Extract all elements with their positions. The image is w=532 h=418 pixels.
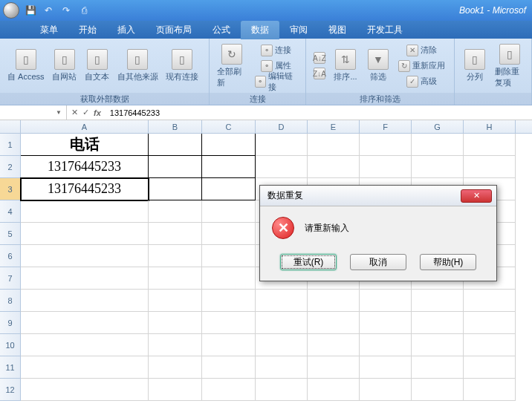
- cell-B10[interactable]: [149, 334, 202, 356]
- cell-B9[interactable]: [149, 312, 202, 334]
- cell-C11[interactable]: [202, 356, 256, 379]
- tab-insert[interactable]: 插入: [107, 21, 146, 39]
- undo-icon[interactable]: ↶: [42, 4, 55, 17]
- cell-H9[interactable]: [464, 312, 516, 334]
- cell-G2[interactable]: [412, 156, 464, 178]
- row-header-5[interactable]: 5: [0, 223, 21, 245]
- cell-C3[interactable]: [202, 178, 256, 200]
- tab-formulas[interactable]: 公式: [202, 21, 241, 39]
- from-access-button[interactable]: ▯自 Access: [4, 48, 48, 84]
- cell-F1[interactable]: [360, 134, 412, 156]
- formula-input[interactable]: [106, 105, 532, 120]
- tab-data[interactable]: 数据: [241, 21, 279, 39]
- row-header-7[interactable]: 7: [0, 267, 21, 290]
- retry-button[interactable]: 重试(R): [280, 254, 337, 270]
- refresh-all-button[interactable]: ↻全部刷新: [214, 42, 250, 90]
- tab-view[interactable]: 视图: [318, 21, 357, 39]
- tab-page-layout[interactable]: 页面布局: [146, 21, 202, 39]
- cell-E9[interactable]: [308, 312, 360, 334]
- cell-B4[interactable]: [149, 200, 202, 223]
- cell-E2[interactable]: [308, 156, 360, 178]
- redo-icon[interactable]: ↷: [59, 4, 73, 17]
- tab-developer[interactable]: 开发工具: [357, 21, 413, 39]
- close-button[interactable]: ✕: [461, 189, 492, 203]
- cell-A11[interactable]: [21, 356, 149, 379]
- cell-F11[interactable]: [360, 356, 412, 379]
- cell-D1[interactable]: [256, 134, 308, 156]
- remove-duplicates-button[interactable]: ▯删除重复项: [492, 42, 527, 90]
- row-header-10[interactable]: 10: [0, 334, 21, 356]
- cell-G10[interactable]: [412, 334, 464, 356]
- cell-C4[interactable]: [202, 200, 256, 223]
- cancel-button[interactable]: 取消: [350, 254, 406, 270]
- from-web-button[interactable]: ▯自网站: [49, 48, 80, 84]
- col-header-B[interactable]: B: [149, 120, 202, 133]
- from-other-button[interactable]: ▯自其他来源: [114, 48, 161, 84]
- cell-F10[interactable]: [360, 334, 412, 356]
- col-header-D[interactable]: D: [256, 120, 308, 133]
- cell-B1[interactable]: [149, 134, 202, 156]
- cell-C8[interactable]: [202, 290, 256, 312]
- cell-B8[interactable]: [149, 290, 202, 312]
- cell-B11[interactable]: [149, 356, 202, 379]
- clear-button[interactable]: ✕清除: [395, 43, 448, 58]
- from-text-button[interactable]: ▯自文本: [82, 48, 113, 84]
- cell-E12[interactable]: [308, 379, 360, 401]
- cell-B12[interactable]: [149, 379, 202, 401]
- cell-E11[interactable]: [308, 356, 360, 379]
- row-header-9[interactable]: 9: [0, 312, 21, 334]
- cell-G11[interactable]: [412, 356, 464, 379]
- row-header-2[interactable]: 2: [0, 156, 21, 178]
- cell-C9[interactable]: [202, 312, 256, 334]
- cell-A3[interactable]: 13176445233: [21, 178, 149, 200]
- cell-D9[interactable]: [256, 312, 308, 334]
- sort-button[interactable]: ⇅排序...: [330, 48, 361, 84]
- cell-A10[interactable]: [21, 334, 149, 356]
- cell-A4[interactable]: [21, 200, 149, 223]
- sort-asc-button[interactable]: A↓Z: [311, 50, 328, 65]
- help-button[interactable]: 帮助(H): [420, 254, 476, 270]
- col-header-A[interactable]: A: [21, 120, 149, 133]
- cell-H8[interactable]: [464, 290, 516, 312]
- cell-A6[interactable]: [21, 245, 149, 267]
- fx-icon[interactable]: fx: [94, 108, 101, 117]
- reapply-button[interactable]: ↻重新应用: [395, 59, 448, 74]
- dropdown-icon[interactable]: ▼: [56, 109, 62, 116]
- cell-C2[interactable]: [202, 156, 256, 178]
- select-all-corner[interactable]: [0, 120, 21, 133]
- cell-B2[interactable]: [149, 156, 202, 178]
- dialog-titlebar[interactable]: 数据重复 ✕: [260, 186, 496, 206]
- cell-D2[interactable]: [256, 156, 308, 178]
- cell-B7[interactable]: [149, 267, 202, 290]
- cell-A7[interactable]: [21, 267, 149, 290]
- enter-icon[interactable]: ✓: [82, 108, 89, 117]
- tab-home[interactable]: 开始: [68, 21, 107, 39]
- cell-E1[interactable]: [308, 134, 360, 156]
- cell-C6[interactable]: [202, 245, 256, 267]
- tab-review[interactable]: 审阅: [279, 21, 318, 39]
- cell-F8[interactable]: [360, 290, 412, 312]
- sort-desc-button[interactable]: Z↓A: [311, 66, 328, 81]
- row-header-4[interactable]: 4: [0, 200, 21, 223]
- row-header-1[interactable]: 1: [0, 134, 21, 156]
- cell-B6[interactable]: [149, 245, 202, 267]
- save-icon[interactable]: 💾: [24, 4, 37, 17]
- cell-D10[interactable]: [256, 334, 308, 356]
- existing-connections-button[interactable]: ▯现有连接: [163, 48, 201, 84]
- col-header-H[interactable]: H: [464, 120, 516, 133]
- cell-C1[interactable]: [202, 134, 256, 156]
- cell-H12[interactable]: [464, 379, 516, 401]
- cancel-icon[interactable]: ✕: [71, 108, 78, 117]
- text-to-columns-button[interactable]: ▯分列: [459, 48, 490, 84]
- cell-H11[interactable]: [464, 356, 516, 379]
- row-header-3[interactable]: 3: [0, 178, 21, 200]
- cell-D11[interactable]: [256, 356, 308, 379]
- office-button[interactable]: [3, 2, 19, 19]
- cell-G9[interactable]: [412, 312, 464, 334]
- cell-H1[interactable]: [464, 134, 516, 156]
- cell-D8[interactable]: [256, 290, 308, 312]
- cell-D12[interactable]: [256, 379, 308, 401]
- row-header-8[interactable]: 8: [0, 290, 21, 312]
- cell-A5[interactable]: [21, 223, 149, 245]
- col-header-E[interactable]: E: [308, 120, 360, 133]
